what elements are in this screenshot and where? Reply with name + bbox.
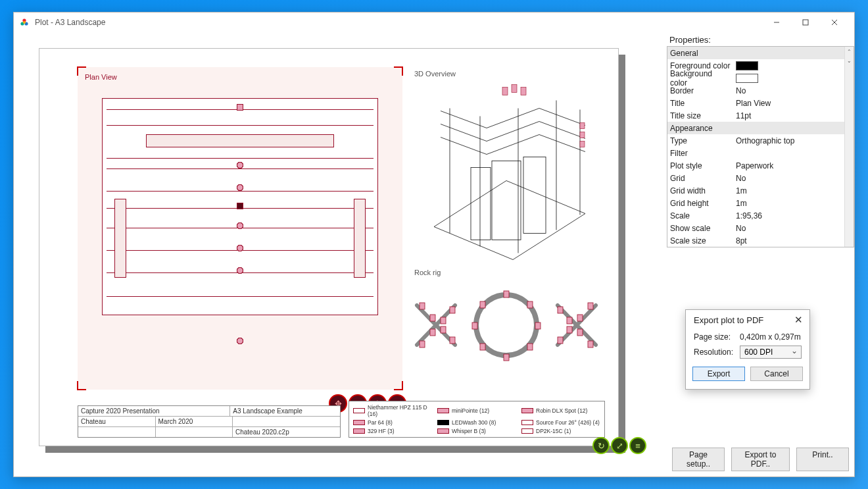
app-icon xyxy=(19,17,30,28)
resolution-select[interactable]: 600 DPI xyxy=(740,346,802,359)
property-value[interactable] xyxy=(733,61,854,70)
3d-overview-region[interactable]: 3D Overview xyxy=(408,67,605,268)
property-group[interactable]: General xyxy=(667,47,854,59)
svg-rect-38 xyxy=(441,317,446,324)
property-value[interactable]: Plan View xyxy=(733,99,854,108)
legend-label: miniPointe (12) xyxy=(452,407,489,414)
property-label: Grid height xyxy=(667,199,733,208)
legend-label: Source Four 26° (426) (4) xyxy=(536,419,600,426)
svg-rect-40 xyxy=(588,303,593,309)
legend-item: Par 64 (8) xyxy=(353,419,432,426)
property-group[interactable]: Appearance xyxy=(667,122,854,134)
property-value[interactable]: Orthographic top xyxy=(733,136,854,145)
svg-rect-20 xyxy=(580,123,585,129)
svg-marker-8 xyxy=(434,181,585,260)
property-row[interactable]: Background color xyxy=(667,72,854,84)
property-row[interactable]: Grid width1m xyxy=(667,184,854,197)
refresh-icon[interactable]: ↻ xyxy=(592,437,610,454)
property-row[interactable]: Title size11pt xyxy=(667,109,854,122)
print-button[interactable]: Print.. xyxy=(796,448,849,471)
property-label: Border xyxy=(667,86,733,95)
svg-rect-15 xyxy=(471,168,491,240)
property-value[interactable]: No xyxy=(733,224,854,233)
resolution-label: Resolution: xyxy=(694,347,736,357)
legend-swatch-icon xyxy=(437,408,449,413)
plan-view-title: Plan View xyxy=(85,73,117,81)
export-to-pdf-button[interactable]: Export to PDF.. xyxy=(731,448,790,471)
svg-rect-21 xyxy=(580,132,585,138)
property-value[interactable]: 11pt xyxy=(733,111,854,120)
svg-rect-26 xyxy=(535,322,541,329)
property-row[interactable]: Show scaleNo xyxy=(667,222,854,234)
property-value[interactable]: No xyxy=(733,174,854,183)
svg-rect-42 xyxy=(567,326,572,333)
property-value[interactable]: 8pt xyxy=(733,236,854,245)
paper-page: Plan View xyxy=(39,48,619,446)
svg-rect-33 xyxy=(430,315,435,321)
svg-rect-17 xyxy=(502,88,508,95)
scroll-up-icon[interactable]: ⌃ xyxy=(845,47,854,56)
legend-swatch-icon xyxy=(353,428,365,434)
legend-swatch-icon xyxy=(437,420,449,425)
legend-swatch-icon xyxy=(353,420,365,425)
rock-rig-region[interactable]: Rock rig xyxy=(408,266,605,384)
minimize-button[interactable] xyxy=(762,13,791,32)
3d-overview-title: 3D Overview xyxy=(414,70,456,78)
properties-scrollbar[interactable]: ⌃ ⌄ xyxy=(844,47,854,247)
property-row[interactable]: TypeOrthographic top xyxy=(667,134,854,147)
scroll-down-icon[interactable]: ⌄ xyxy=(845,56,854,65)
svg-rect-27 xyxy=(527,344,533,350)
dialog-close-icon[interactable]: ✕ xyxy=(794,314,803,326)
rock-rig-title: Rock rig xyxy=(414,269,441,276)
property-row[interactable]: Plot stylePaperwork xyxy=(667,159,854,172)
svg-point-3 xyxy=(23,21,26,24)
page-size-label: Page size: xyxy=(694,332,736,342)
properties-grid[interactable]: ⌃ ⌄ GeneralForeground colorBackground co… xyxy=(667,46,854,247)
close-button[interactable] xyxy=(820,13,849,32)
plan-view-region[interactable]: Plan View xyxy=(78,67,402,390)
property-row[interactable]: Scale size8pt xyxy=(667,234,854,247)
property-label: Title xyxy=(667,99,733,108)
legend-label: DP2K-15C (1) xyxy=(536,428,571,434)
menu-icon[interactable]: ≡ xyxy=(629,437,646,454)
preview-pane[interactable]: Plan View xyxy=(14,32,663,476)
property-value[interactable]: No xyxy=(733,86,854,95)
property-label: Plot style xyxy=(667,161,733,170)
3d-overview-drawing xyxy=(408,67,605,268)
property-value[interactable]: 1m xyxy=(733,199,854,208)
property-row[interactable]: TitlePlan View xyxy=(667,97,854,109)
dialog-cancel-button[interactable]: Cancel xyxy=(750,367,803,381)
property-row[interactable]: BorderNo xyxy=(667,84,854,97)
property-row[interactable]: Scale1:95,36 xyxy=(667,209,854,222)
property-label: Type xyxy=(667,136,733,145)
property-value[interactable] xyxy=(733,74,854,83)
svg-rect-25 xyxy=(527,301,533,308)
property-label: Background color xyxy=(667,69,733,88)
property-value[interactable]: 1:95,36 xyxy=(733,211,854,220)
property-value[interactable]: Paperwork xyxy=(733,161,854,170)
zoom-extents-icon[interactable]: ⤢ xyxy=(611,437,628,454)
legend-item: Source Four 26° (426) (4) xyxy=(521,419,600,426)
page-setup-button[interactable]: Page setup.. xyxy=(672,448,725,471)
svg-rect-44 xyxy=(588,341,593,347)
legend-label: Whisper B (3) xyxy=(452,428,486,434)
legend-label: Robin DLX Spot (12) xyxy=(536,407,587,414)
color-swatch[interactable] xyxy=(736,74,758,83)
legend-label: LEDWash 300 (8) xyxy=(452,419,496,426)
svg-rect-39 xyxy=(450,307,455,313)
property-row[interactable]: Filter xyxy=(667,147,854,159)
property-label: Grid xyxy=(667,174,733,183)
color-swatch[interactable] xyxy=(736,61,758,70)
dialog-export-button[interactable]: Export xyxy=(692,367,745,381)
viewport-tool-icons: ↻ ⤢ ≡ xyxy=(592,437,646,454)
maximize-button[interactable] xyxy=(791,13,820,32)
svg-rect-34 xyxy=(441,326,446,333)
legend-swatch-icon xyxy=(353,408,365,413)
svg-rect-22 xyxy=(580,142,585,147)
window-title: Plot - A3 Landscape xyxy=(35,18,762,27)
legend-item: Whisper B (3) xyxy=(437,428,516,434)
property-value[interactable]: 1m xyxy=(733,186,854,195)
rock-rig-drawing xyxy=(408,266,605,384)
property-row[interactable]: GridNo xyxy=(667,172,854,184)
property-row[interactable]: Grid height1m xyxy=(667,197,854,209)
